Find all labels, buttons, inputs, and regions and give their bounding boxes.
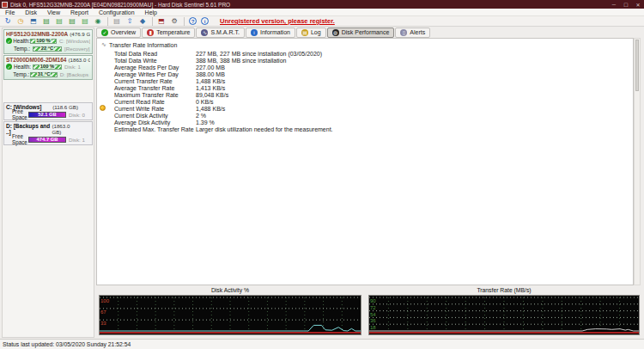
disk-sidebar: HFS512G32MNB-2200A(476.9 GB)Disk: 0✓Heal… (2, 28, 94, 338)
disk-name: HFS512G32MNB-2200A (6, 31, 68, 37)
temp-value: 31 °C (37, 72, 52, 77)
chart-title: Transfer Rate (MB/s) (366, 287, 642, 295)
health-note: C: [Windows] [ (59, 38, 90, 44)
performance-label: Current Disk Activity (114, 113, 196, 119)
tab-label: Overview (111, 29, 136, 35)
performance-label: Total Data Write (114, 58, 196, 64)
tab-overview[interactable]: ✓Overview (96, 28, 141, 38)
vertical-scrollbar[interactable] (634, 38, 641, 285)
partition-panel[interactable]: D: [Backups and ..](1863.0 GB)Free Space… (3, 121, 93, 145)
free-space-row: Free Space52.1 GBDisk: 0 (6, 110, 90, 119)
performance-row: Current Transfer Rate1,488 KB/s (97, 77, 633, 84)
send-report-icon[interactable]: ⇧ (124, 16, 136, 26)
performance-row: Total Data Read227 MB, 227 MB since inst… (97, 50, 633, 57)
partition-panel[interactable]: C: [Windows](118.6 GB)Free Space52.1 GBD… (3, 102, 93, 120)
help-icon[interactable]: ? (189, 17, 197, 25)
menu-item-view[interactable]: View (42, 9, 65, 15)
performance-value: 1,488 KB/s (196, 106, 225, 112)
window-title: Disk 0, HFS512G32MNB-2200A [E04DN0982109… (10, 2, 230, 8)
menu-item-configuration[interactable]: Configuration (94, 9, 140, 15)
performance-label: Current Transfer Rate (114, 78, 196, 84)
status-bar: Status last updated: 03/05/2020 Sunday 2… (0, 339, 644, 349)
write-rate-bullet-icon (100, 105, 106, 111)
performance-label: Current Read Rate (114, 99, 196, 105)
performance-value: 227.00 MB (196, 64, 225, 70)
performance-label: Estimated Max. Transfer Rate (114, 126, 196, 132)
disk-panel[interactable]: HFS512G32MNB-2200A(476.9 GB)Disk: 0✓Heal… (3, 29, 93, 54)
smart-wave-icon: ∿ (201, 29, 208, 36)
menu-item-help[interactable]: Help (140, 9, 162, 15)
menu-item-file[interactable]: File (0, 9, 20, 15)
disk-name: ST2000DM006-2DM164 (6, 57, 66, 63)
unregistered-link[interactable]: Unregistered version, please register. (220, 17, 335, 25)
health-label: Health: (14, 64, 33, 70)
performance-row: Estimated Max. Transfer RateLarger disk … (97, 126, 633, 132)
disk-write-test-icon[interactable]: ▤ (66, 16, 78, 26)
tab-information[interactable]: iInformation (246, 28, 295, 38)
clock-icon[interactable]: ◷ (15, 16, 27, 26)
temp-note: D: [Backups a (60, 71, 90, 77)
settings-icon[interactable]: ⚙ (168, 16, 180, 26)
disk-panel[interactable]: ST2000DM006-2DM164(1863.0 GB)✓Health:100… (3, 55, 93, 80)
disk-surface-test-icon[interactable]: ▤ (40, 16, 52, 26)
tab-disk-performance[interactable]: ◍Disk Performance (327, 28, 395, 38)
tab-s-m-a-r-t-[interactable]: ∿S.M.A.R.T. (196, 28, 244, 38)
performance-row: Maximum Transfer Rate89,048 KB/s (97, 91, 633, 98)
performance-value: 1,488 KB/s (196, 78, 225, 84)
toolbar-separator (152, 17, 153, 26)
tab-label: Log (311, 29, 321, 35)
temp-label: Temp.: (14, 46, 33, 52)
app-icon (2, 2, 8, 8)
monitor-icon[interactable]: ⬒ (27, 16, 39, 26)
remote-monitor-icon[interactable]: ⬒ (155, 16, 167, 26)
world-icon[interactable]: ◉ (92, 16, 104, 26)
network-icon[interactable]: ◆ (137, 16, 149, 26)
disk-capacity: (1863.0 GB) (68, 57, 90, 63)
svg-text:100: 100 (100, 298, 110, 303)
section-title: Transfer Rate Information (109, 42, 178, 48)
check-circle-icon: ✓ (101, 29, 108, 36)
svg-text:54: 54 (370, 312, 376, 317)
maximize-button[interactable]: ☐ (620, 2, 632, 8)
performance-value: 1.39 % (196, 119, 215, 126)
info-icon[interactable]: i (201, 17, 209, 25)
close-button[interactable]: ✕ (632, 2, 644, 8)
performance-label: Average Transfer Rate (114, 85, 196, 91)
report-icon[interactable]: ▤ (111, 16, 123, 26)
tab-alerts[interactable]: ▯Alerts (395, 28, 430, 38)
partition-disk-number: Disk: 1 (69, 137, 85, 143)
performance-row: Average Transfer Rate1,413 KB/s (97, 84, 633, 91)
disk-read-test-icon[interactable]: ▤ (53, 16, 65, 26)
performance-value: 227 MB, 227 MB since installation (03/05… (196, 51, 322, 57)
status-text: Status last updated: 03/05/2020 Sunday 2… (3, 341, 131, 347)
transfer-rate-icon: ∿ (101, 41, 106, 48)
scrollbar-thumb[interactable] (635, 40, 639, 91)
free-space-row: Free Space474.7 GBDisk: 1 (6, 135, 90, 144)
performance-value: Larger disk utilization needed for the m… (196, 126, 333, 132)
tab-label: Alerts (410, 29, 425, 35)
disk-seek-test-icon[interactable]: ▤ (79, 16, 91, 26)
performance-label: Average Reads Per Day (114, 64, 196, 70)
minimize-button[interactable]: ─ (608, 2, 620, 8)
menu-item-report[interactable]: Report (65, 9, 94, 15)
performance-value: 0 KB/s (196, 99, 214, 105)
status-column: ✓ (6, 38, 13, 44)
refresh-icon[interactable]: ↻ (2, 16, 14, 26)
free-space-bar: 474.7 GB (28, 137, 66, 143)
disk-activity-chart: Disk Activity % 1006733 (96, 287, 364, 335)
menu-item-disk[interactable]: Disk (20, 9, 42, 15)
temp-value: 22 °C (40, 46, 55, 51)
tab-bar: ✓Overview▮Temperature∿S.M.A.R.T.iInforma… (96, 27, 431, 38)
health-note: Disk: 1 (64, 64, 81, 70)
temp-row: Temp.:31 °CD: [Backups a (6, 70, 90, 78)
tab-temperature[interactable]: ▮Temperature (142, 28, 195, 38)
tab-log[interactable]: ▤Log (296, 28, 326, 38)
menu-bar: FileDiskViewReportConfigurationHelp (0, 9, 644, 16)
health-bar: 100 % (33, 64, 62, 70)
health-value: 100 % (39, 64, 55, 69)
toolbar-icons: ↻◷⬒▤▤▤▤◉▤⇧◆⬒⚙?i (2, 16, 211, 26)
disk-capacity: (476.9 GB) (70, 31, 90, 37)
performance-value: 388 MB, 388 MB since installation (196, 58, 286, 64)
performance-value: 1,413 KB/s (196, 85, 225, 91)
temp-bar: 22 °C (33, 46, 62, 52)
